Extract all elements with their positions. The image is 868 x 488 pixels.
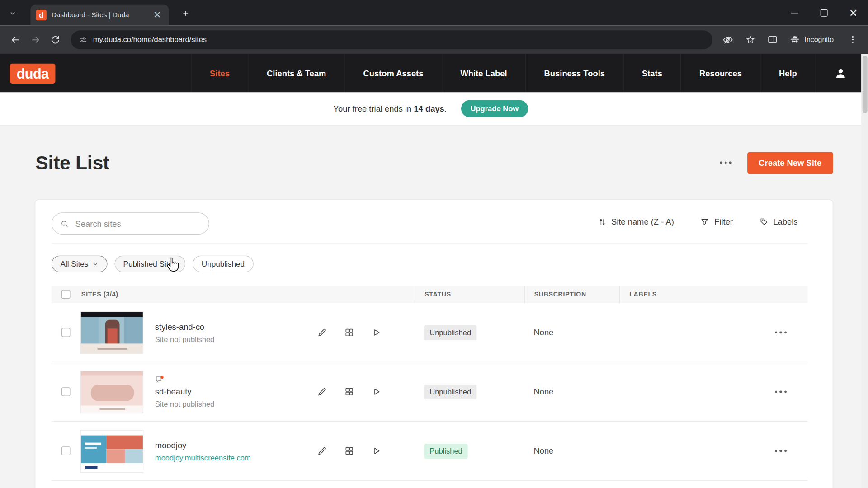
sort-control[interactable]: Site name (Z - A) (599, 217, 674, 226)
browser-tabstrip: d Dashboard - Sites | Duda ✕ ✕ (0, 0, 868, 25)
nav-item-help[interactable]: Help (760, 54, 816, 92)
nav-item-white-label[interactable]: White Label (442, 54, 525, 92)
site-name[interactable]: styles-and-co (155, 322, 274, 331)
row-checkbox[interactable] (61, 328, 71, 337)
row-actions (317, 446, 382, 456)
site-overview-button[interactable] (344, 328, 354, 338)
new-tab-button[interactable] (178, 6, 193, 20)
chip-all-sites[interactable]: All Sites (52, 256, 107, 272)
chip-unpublished-label: Unpublished (202, 259, 245, 268)
browser-menu-button[interactable] (843, 30, 863, 50)
back-arrow-icon (10, 34, 21, 45)
site-thumbnail[interactable] (80, 430, 144, 472)
url-text: my.duda.co/home/dashboard/sites (93, 35, 207, 43)
nav-item-custom-assets[interactable]: Custom Assets (344, 54, 442, 92)
labels-control[interactable]: Labels (760, 217, 798, 226)
sort-label: Site name (Z - A) (611, 217, 674, 226)
site-url-link[interactable]: moodjoy.multiscreensite.com (155, 453, 274, 461)
row-checkbox[interactable] (61, 446, 71, 455)
row-menu-button[interactable] (773, 445, 789, 456)
filter-control[interactable]: Filter (701, 217, 733, 226)
profile-button[interactable] (834, 67, 847, 80)
preview-site-button[interactable] (372, 328, 382, 338)
tab-search-button[interactable] (5, 5, 20, 20)
chip-all-sites-label: All Sites (60, 259, 88, 268)
nav-item-clients-team[interactable]: Clients & Team (248, 54, 344, 92)
subscription-value: None (533, 387, 553, 396)
pencil-icon (317, 387, 327, 397)
chip-published-sites[interactable]: Published Sites (114, 256, 185, 272)
tab-close-icon[interactable]: ✕ (151, 9, 163, 21)
kebab-menu-icon (848, 35, 857, 44)
grid-icon (344, 328, 354, 338)
play-icon (372, 387, 382, 397)
nav-item-stats[interactable]: Stats (623, 54, 680, 92)
site-name[interactable]: moodjoy (155, 440, 274, 450)
site-name[interactable]: sd-beauty (155, 386, 274, 396)
grid-icon (344, 446, 354, 456)
create-new-site-button[interactable]: Create New Site (747, 152, 833, 174)
page-more-button[interactable] (717, 157, 734, 168)
reload-button[interactable] (45, 30, 65, 50)
scrollbar-thumb[interactable] (862, 56, 867, 113)
select-all-checkbox[interactable] (61, 290, 71, 299)
screen: d Dashboard - Sites | Duda ✕ ✕ my.duda.c… (0, 0, 868, 488)
trial-text-prefix: Your free trial ends in (333, 104, 411, 113)
edit-site-button[interactable] (317, 328, 327, 338)
nav-item-resources[interactable]: Resources (680, 54, 760, 92)
trial-days: 14 days (414, 104, 444, 113)
table-row: moodjoy moodjoy.multiscreensite.com (52, 422, 808, 481)
header-status: STATUS (415, 286, 524, 303)
site-thumbnail[interactable] (80, 311, 144, 354)
browser-tab[interactable]: d Dashboard - Sites | Duda ✕ (30, 5, 169, 26)
status-badge: Published (424, 443, 468, 458)
play-icon (372, 328, 382, 338)
incognito-icon (789, 34, 801, 45)
tab-title: Dashboard - Sites | Duda (52, 11, 151, 19)
chip-unpublished[interactable]: Unpublished (193, 256, 254, 272)
back-button[interactable] (5, 30, 25, 50)
nav-items: Sites Clients & Team Custom Assets White… (191, 54, 816, 92)
window-close-button[interactable]: ✕ (839, 0, 868, 25)
nav-item-sites[interactable]: Sites (191, 54, 248, 92)
pencil-icon (317, 328, 327, 338)
row-checkbox[interactable] (61, 387, 71, 396)
table-row: sd-beauty Site not published (52, 362, 808, 422)
search-input[interactable] (74, 218, 200, 229)
forward-button[interactable] (25, 30, 45, 50)
main-content: Site List Create New Site Site name (Z -… (0, 126, 861, 488)
header-subscription: SUBSCRIPTION (524, 286, 620, 303)
page-title: Site List (35, 152, 109, 174)
site-subtitle: Site not published (155, 400, 274, 408)
duda-logo[interactable]: duda (10, 64, 55, 84)
site-info-icon[interactable] (79, 35, 88, 44)
tracking-protection-button[interactable] (718, 30, 738, 50)
side-panel-icon (767, 34, 778, 45)
filter-chips: All Sites Published Sites Unpublished (52, 256, 254, 272)
bookmark-button[interactable] (740, 30, 760, 50)
site-thumbnail[interactable] (80, 371, 144, 413)
play-icon (372, 446, 382, 456)
window-minimize-button[interactable] (780, 0, 809, 25)
site-overview-button[interactable] (344, 387, 354, 397)
nav-item-business-tools[interactable]: Business Tools (525, 54, 623, 92)
edit-site-button[interactable] (317, 446, 327, 456)
upgrade-now-button[interactable]: Upgrade Now (461, 100, 528, 117)
search-icon (60, 219, 68, 228)
site-list-card: Site name (Z - A) Filter Labels All Site… (35, 199, 833, 488)
window-maximize-button[interactable] (809, 0, 839, 25)
address-bar[interactable]: my.duda.co/home/dashboard/sites (71, 30, 712, 49)
edit-site-button[interactable] (317, 387, 327, 397)
duda-favicon: d (36, 9, 47, 20)
site-subtitle: Site not published (155, 335, 274, 343)
row-menu-button[interactable] (773, 327, 789, 338)
sites-table: SITES (3/4) STATUS SUBSCRIPTION LABELS (52, 286, 808, 481)
sort-icon (599, 217, 606, 226)
preview-site-button[interactable] (372, 387, 382, 397)
preview-site-button[interactable] (372, 446, 382, 456)
site-overview-button[interactable] (344, 446, 354, 456)
side-panel-button[interactable] (762, 30, 782, 50)
grid-icon (344, 387, 354, 397)
row-menu-button[interactable] (773, 386, 789, 397)
chevron-down-icon (9, 9, 16, 17)
